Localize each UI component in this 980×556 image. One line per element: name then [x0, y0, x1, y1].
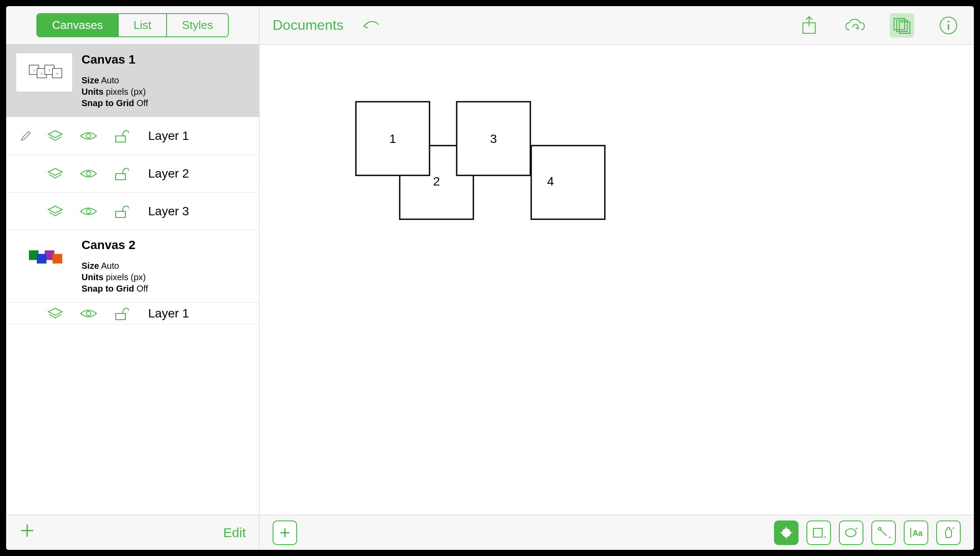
share-icon — [800, 16, 818, 35]
undo-icon — [361, 16, 382, 33]
sync-button[interactable] — [843, 13, 868, 38]
main-header: Documents — [259, 6, 974, 44]
canvas-snap: Snap to Grid Off — [82, 283, 250, 294]
svg-rect-34 — [531, 146, 605, 219]
content-area: 1 2 3 4 Canvas 1 Size Auto Units pixels … — [6, 45, 974, 550]
svg-rect-19 — [116, 174, 125, 180]
text-icon: Aa — [909, 525, 923, 540]
layer-row[interactable]: Layer 2 — [6, 155, 259, 192]
canvas-units: Units pixels (px) — [82, 271, 250, 283]
svg-text:3: 3 — [490, 132, 497, 146]
cloud-sync-icon — [844, 17, 867, 34]
svg-point-20 — [86, 209, 91, 214]
view-segmented-control: Canvases List Styles — [36, 13, 229, 37]
svg-point-26 — [86, 311, 91, 316]
svg-text:2: 2 — [41, 73, 43, 75]
layers-icon[interactable] — [47, 307, 63, 320]
canvas-viewport[interactable]: 1 2 3 4 — [259, 45, 974, 515]
layer-row[interactable]: Layer 1 — [6, 303, 259, 324]
canvas-size: Size Auto — [82, 75, 250, 86]
svg-rect-24 — [37, 254, 46, 264]
svg-text:+: + — [855, 526, 858, 531]
select-tool-button[interactable] — [774, 520, 799, 545]
canvas-units: Units pixels (px) — [82, 86, 250, 97]
canvas-size: Size Auto — [82, 260, 250, 271]
tab-list[interactable]: List — [119, 14, 167, 36]
plus-icon — [19, 523, 35, 538]
info-icon — [939, 16, 958, 35]
eye-icon[interactable] — [80, 308, 97, 319]
svg-text:4: 4 — [547, 175, 554, 188]
canvas-thumbnail: 1 2 3 4 — [16, 53, 73, 92]
layer-name: Layer 1 — [148, 129, 189, 143]
svg-point-18 — [86, 171, 91, 176]
canvas-meta: Canvas 1 Size Auto Units pixels (px) Sna… — [82, 53, 250, 109]
app-window: Canvases List Styles Documents — [6, 6, 974, 550]
svg-point-48 — [845, 529, 856, 537]
rectangle-tool-button[interactable]: + — [806, 520, 831, 545]
svg-text:+: + — [952, 525, 955, 531]
layer-name: Layer 2 — [148, 167, 189, 181]
svg-point-41 — [785, 531, 788, 534]
svg-rect-27 — [116, 314, 125, 320]
tab-canvases[interactable]: Canvases — [37, 14, 119, 36]
eye-icon[interactable] — [80, 206, 97, 217]
svg-text:1: 1 — [33, 69, 35, 71]
unlock-icon[interactable] — [114, 307, 129, 321]
plus-icon — [278, 526, 292, 540]
freehand-tool-button[interactable]: + — [936, 520, 961, 545]
layers-icon[interactable] — [47, 168, 63, 180]
svg-text:2: 2 — [433, 175, 440, 188]
canvas-thumbnail — [16, 238, 73, 278]
layer-edit-indicator — [19, 130, 32, 142]
undo-button[interactable] — [361, 16, 382, 35]
sidebar: 1 2 3 4 Canvas 1 Size Auto Units pixels … — [6, 45, 259, 550]
layer-row[interactable]: Layer 3 — [6, 192, 259, 230]
line-tool-button[interactable]: + — [871, 520, 896, 545]
canvases-panel-button[interactable] — [890, 13, 914, 38]
svg-text:+: + — [888, 535, 891, 540]
canvas-item[interactable]: Canvas 2 Size Auto Units pixels (px) Sna… — [6, 230, 259, 303]
canvas-title: Canvas 2 — [82, 238, 250, 252]
layer-name: Layer 1 — [148, 307, 189, 321]
add-button[interactable] — [19, 523, 35, 542]
rectangle-icon: + — [811, 525, 826, 540]
unlock-icon[interactable] — [114, 204, 129, 218]
share-button[interactable] — [797, 13, 821, 38]
svg-text:3: 3 — [49, 69, 50, 71]
unlock-icon[interactable] — [114, 129, 129, 143]
svg-point-16 — [86, 134, 91, 138]
layer-row[interactable]: Layer 1 — [6, 117, 259, 155]
eye-icon[interactable] — [80, 168, 97, 179]
layers-icon[interactable] — [47, 205, 63, 217]
ellipse-tool-button[interactable]: + — [839, 520, 863, 545]
info-button[interactable] — [936, 13, 961, 38]
canvas-meta: Canvas 2 Size Auto Units pixels (px) Sna… — [82, 238, 250, 294]
canvas-toolbar: + + + — [259, 515, 974, 550]
svg-point-6 — [948, 21, 949, 22]
line-icon: + — [876, 525, 891, 540]
top-bar: Canvases List Styles Documents — [6, 6, 974, 45]
canvas-item[interactable]: 1 2 3 4 Canvas 1 Size Auto Units pixels … — [6, 45, 259, 117]
unlock-icon[interactable] — [114, 167, 129, 181]
layers-icon[interactable] — [47, 130, 63, 142]
tab-styles[interactable]: Styles — [167, 14, 228, 36]
svg-text:1: 1 — [389, 132, 396, 146]
svg-text:4: 4 — [57, 73, 58, 75]
svg-rect-46 — [813, 528, 822, 537]
documents-button[interactable]: Documents — [273, 17, 344, 33]
canvas-drawing: 1 2 3 4 — [259, 45, 654, 325]
edit-button[interactable]: Edit — [223, 525, 246, 540]
svg-text:+: + — [824, 534, 826, 540]
add-shape-button[interactable] — [273, 520, 297, 545]
eye-icon[interactable] — [80, 130, 97, 142]
svg-rect-17 — [116, 136, 125, 142]
hand-icon: + — [941, 525, 956, 540]
sidebar-header: Canvases List Styles — [6, 6, 259, 44]
canvas-title: Canvas 1 — [82, 53, 250, 67]
ellipse-icon: + — [844, 525, 859, 540]
text-tool-button[interactable]: Aa — [904, 520, 928, 545]
layer-name: Layer 3 — [148, 204, 189, 218]
svg-rect-25 — [53, 254, 62, 264]
pencil-icon — [20, 130, 32, 142]
